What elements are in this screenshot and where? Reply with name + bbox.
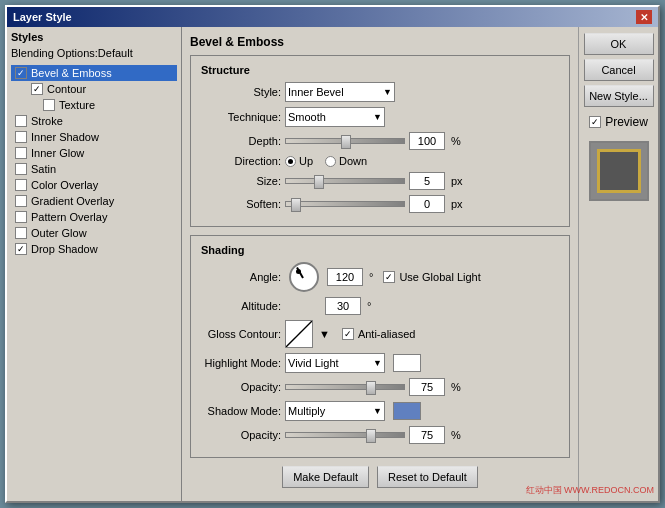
highlight-mode-row: Highlight Mode: Vivid Light ▼	[201, 353, 559, 373]
cancel-button[interactable]: Cancel	[584, 59, 654, 81]
make-default-button[interactable]: Make Default	[282, 466, 369, 488]
direction-down-label[interactable]: Down	[325, 155, 367, 167]
preview-checkbox[interactable]	[589, 116, 601, 128]
drop-shadow-checkbox[interactable]	[15, 243, 27, 255]
size-row: Size: px	[201, 172, 559, 190]
shadow-mode-select[interactable]: Multiply ▼	[285, 401, 385, 421]
gloss-contour-label: Gloss Contour:	[201, 328, 281, 340]
sidebar-item-drop-shadow[interactable]: Drop Shadow	[11, 241, 177, 257]
sidebar-item-inner-glow[interactable]: Inner Glow	[11, 145, 177, 161]
depth-thumb[interactable]	[341, 135, 351, 149]
shading-section: Shading Angle: ° Use Global Light	[190, 235, 570, 458]
contour-checkbox[interactable]	[31, 83, 43, 95]
close-button[interactable]: ✕	[636, 10, 652, 24]
highlight-opacity-unit: %	[451, 381, 461, 393]
highlight-mode-select[interactable]: Vivid Light ▼	[285, 353, 385, 373]
color-overlay-checkbox[interactable]	[15, 179, 27, 191]
highlight-opacity-label: Opacity:	[201, 381, 281, 393]
structure-label: Structure	[201, 64, 559, 76]
right-panel: OK Cancel New Style... Preview	[578, 27, 658, 501]
color-overlay-label: Color Overlay	[31, 179, 98, 191]
satin-checkbox[interactable]	[15, 163, 27, 175]
angle-dial[interactable]	[289, 262, 319, 292]
title-bar: Layer Style ✕	[7, 7, 658, 27]
highlight-opacity-input[interactable]	[409, 378, 445, 396]
blending-options-label[interactable]: Blending Options:Default	[11, 45, 177, 61]
size-input[interactable]	[409, 172, 445, 190]
preview-label: Preview	[605, 115, 648, 129]
inner-shadow-label: Inner Shadow	[31, 131, 99, 143]
preview-inner	[597, 149, 641, 193]
soften-row: Soften: px	[201, 195, 559, 213]
sidebar-item-satin[interactable]: Satin	[11, 161, 177, 177]
use-global-light-label: Use Global Light	[399, 271, 480, 283]
sidebar-item-contour[interactable]: Contour	[11, 81, 177, 97]
texture-checkbox[interactable]	[43, 99, 55, 111]
technique-dropdown-icon: ▼	[373, 112, 382, 122]
highlight-opacity-thumb[interactable]	[366, 381, 376, 395]
dropdown-arrow-contour[interactable]: ▼	[319, 328, 330, 340]
section-title: Bevel & Emboss	[190, 35, 570, 49]
bevel-checkbox[interactable]	[15, 67, 27, 79]
depth-unit: %	[451, 135, 461, 147]
technique-select[interactable]: Smooth ▼	[285, 107, 385, 127]
stroke-checkbox[interactable]	[15, 115, 27, 127]
shadow-opacity-input[interactable]	[409, 426, 445, 444]
direction-up-radio[interactable]	[285, 156, 296, 167]
soften-slider[interactable]	[285, 201, 405, 207]
depth-input[interactable]	[409, 132, 445, 150]
ok-button[interactable]: OK	[584, 33, 654, 55]
sidebar-item-texture[interactable]: Texture	[11, 97, 177, 113]
structure-section: Structure Style: Inner Bevel ▼ Technique…	[190, 55, 570, 227]
direction-up-label[interactable]: Up	[285, 155, 313, 167]
new-style-button[interactable]: New Style...	[584, 85, 654, 107]
gradient-overlay-label: Gradient Overlay	[31, 195, 114, 207]
shadow-color-swatch[interactable]	[393, 402, 421, 420]
altitude-input[interactable]	[325, 297, 361, 315]
highlight-opacity-slider[interactable]	[285, 384, 405, 390]
outer-glow-checkbox[interactable]	[15, 227, 27, 239]
shadow-opacity-thumb[interactable]	[366, 429, 376, 443]
depth-slider[interactable]	[285, 138, 405, 144]
shadow-opacity-row: Opacity: %	[201, 426, 559, 444]
texture-label: Texture	[59, 99, 95, 111]
size-thumb[interactable]	[314, 175, 324, 189]
gradient-overlay-checkbox[interactable]	[15, 195, 27, 207]
shadow-mode-dropdown-icon: ▼	[373, 406, 382, 416]
altitude-row: Altitude: °	[201, 297, 559, 315]
sidebar-item-bevel[interactable]: Bevel & Emboss	[11, 65, 177, 81]
shadow-opacity-slider[interactable]	[285, 432, 405, 438]
inner-shadow-checkbox[interactable]	[15, 131, 27, 143]
sidebar-item-inner-shadow[interactable]: Inner Shadow	[11, 129, 177, 145]
use-global-light-checkbox[interactable]	[383, 271, 395, 283]
gloss-contour-preview[interactable]	[285, 320, 313, 348]
highlight-color-swatch[interactable]	[393, 354, 421, 372]
sidebar-item-color-overlay[interactable]: Color Overlay	[11, 177, 177, 193]
size-label: Size:	[201, 175, 281, 187]
style-select[interactable]: Inner Bevel ▼	[285, 82, 395, 102]
soften-unit: px	[451, 198, 463, 210]
technique-row: Technique: Smooth ▼	[201, 107, 559, 127]
direction-down-radio[interactable]	[325, 156, 336, 167]
highlight-mode-dropdown-icon: ▼	[373, 358, 382, 368]
soften-input[interactable]	[409, 195, 445, 213]
anti-aliased-row: Anti-aliased	[342, 328, 415, 340]
sidebar-item-gradient-overlay[interactable]: Gradient Overlay	[11, 193, 177, 209]
angle-row: Angle: ° Use Global Light	[201, 262, 559, 292]
size-slider[interactable]	[285, 178, 405, 184]
style-dropdown-icon: ▼	[383, 87, 392, 97]
reset-to-default-button[interactable]: Reset to Default	[377, 466, 478, 488]
inner-glow-checkbox[interactable]	[15, 147, 27, 159]
sidebar-item-stroke[interactable]: Stroke	[11, 113, 177, 129]
direction-radio-group: Up Down	[285, 155, 367, 167]
soften-thumb[interactable]	[291, 198, 301, 212]
style-label: Style:	[201, 86, 281, 98]
pattern-overlay-checkbox[interactable]	[15, 211, 27, 223]
sidebar-item-outer-glow[interactable]: Outer Glow	[11, 225, 177, 241]
angle-input[interactable]	[327, 268, 363, 286]
soften-label: Soften:	[201, 198, 281, 210]
anti-aliased-checkbox[interactable]	[342, 328, 354, 340]
sidebar-item-pattern-overlay[interactable]: Pattern Overlay	[11, 209, 177, 225]
drop-shadow-label: Drop Shadow	[31, 243, 98, 255]
direction-row: Direction: Up Down	[201, 155, 559, 167]
